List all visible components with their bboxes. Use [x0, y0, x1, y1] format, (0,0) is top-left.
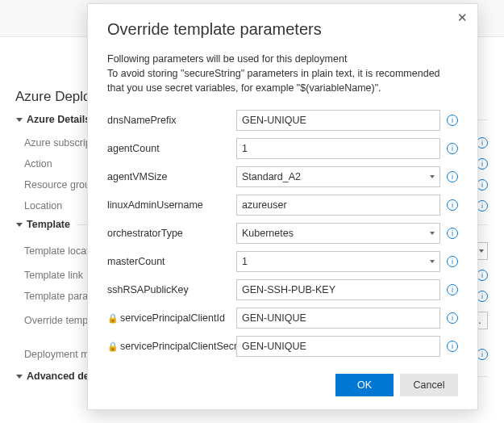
caret-down-icon	[16, 118, 23, 122]
param-row-servicePrincipalClientId: 🔒servicePrincipalClientIdGEN-UNIQUEi	[107, 308, 458, 329]
param-row-agentVMSize: agentVMSizeStandard_A2i	[107, 166, 458, 187]
param-select[interactable]: Standard_A2	[236, 166, 440, 187]
info-icon[interactable]: i	[477, 137, 488, 149]
dialog-description: Following parameters will be used for th…	[107, 52, 458, 95]
info-icon[interactable]: i	[447, 143, 458, 154]
dialog-title: Override template parameters	[107, 20, 458, 39]
param-input-wrap: GEN-UNIQUEi	[236, 110, 458, 131]
info-icon[interactable]: i	[447, 199, 458, 211]
chevron-down-icon	[430, 260, 435, 263]
param-input-wrap: Kubernetesi	[236, 223, 458, 244]
param-row-servicePrincipalClientSecret: 🔒servicePrincipalClientSecretGEN-UNIQUEi	[107, 336, 458, 357]
parameter-list: dnsNamePrefixGEN-UNIQUEiagentCount1iagen…	[107, 110, 458, 364]
param-label: 🔒servicePrincipalClientSecret	[107, 341, 236, 352]
info-icon[interactable]: i	[477, 349, 488, 360]
param-input-wrap: GEN-UNIQUEi	[236, 308, 458, 329]
param-input[interactable]: GEN-SSH-PUB-KEY	[236, 279, 440, 300]
param-label: agentVMSize	[107, 171, 236, 182]
ok-button[interactable]: OK	[335, 374, 394, 396]
param-label: agentCount	[107, 143, 236, 154]
param-input-wrap: GEN-SSH-PUB-KEYi	[236, 279, 458, 300]
param-input-wrap: 1i	[236, 251, 458, 272]
param-label: dnsNamePrefix	[107, 115, 236, 126]
info-icon[interactable]: i	[447, 341, 458, 352]
group-header-template[interactable]: Template	[16, 219, 77, 230]
param-select[interactable]: 1	[236, 251, 440, 272]
chevron-down-icon	[430, 175, 435, 178]
caret-down-icon	[16, 223, 23, 227]
param-label: sshRSAPublicKey	[107, 284, 236, 295]
param-input-wrap: Standard_A2i	[236, 166, 458, 187]
chevron-down-icon	[430, 232, 435, 235]
param-row-orchestratorType: orchestratorTypeKubernetesi	[107, 223, 458, 244]
param-row-agentCount: agentCount1i	[107, 138, 458, 159]
param-label: 🔒servicePrincipalClientId	[107, 312, 236, 324]
param-row-masterCount: masterCount1i	[107, 251, 458, 272]
param-row-dnsNamePrefix: dnsNamePrefixGEN-UNIQUEi	[107, 110, 458, 131]
param-row-linuxAdminUsername: linuxAdminUsernameazureuseri	[107, 195, 458, 216]
group-header-azure-details[interactable]: Azure Details	[16, 114, 97, 125]
param-input[interactable]: GEN-UNIQUE	[236, 308, 440, 329]
param-input-wrap: 1i	[236, 138, 458, 159]
cancel-button[interactable]: Cancel	[400, 374, 458, 396]
param-input[interactable]: GEN-UNIQUE	[236, 110, 440, 131]
info-icon[interactable]: i	[447, 115, 458, 126]
info-icon[interactable]: i	[447, 171, 458, 182]
override-template-parameters-dialog: ✕ Override template parameters Following…	[87, 3, 478, 410]
info-icon[interactable]: i	[477, 158, 488, 170]
param-select[interactable]: Kubernetes	[236, 223, 440, 244]
close-icon[interactable]: ✕	[457, 10, 468, 25]
info-icon[interactable]: i	[477, 270, 488, 281]
dialog-footer: OK Cancel	[107, 364, 458, 396]
param-input-wrap: GEN-UNIQUEi	[236, 336, 458, 357]
chevron-down-icon	[479, 249, 484, 253]
param-input-wrap: azureuseri	[236, 195, 458, 216]
param-input[interactable]: azureuser	[236, 195, 440, 216]
info-icon[interactable]: i	[447, 312, 458, 324]
param-label: linuxAdminUsername	[107, 199, 236, 211]
info-icon[interactable]: i	[477, 179, 488, 191]
lock-icon: 🔒	[107, 341, 117, 352]
info-icon[interactable]: i	[477, 291, 488, 302]
param-input[interactable]: 1	[236, 138, 440, 159]
info-icon[interactable]: i	[447, 228, 458, 239]
param-label: orchestratorType	[107, 228, 236, 239]
param-label: masterCount	[107, 256, 236, 267]
caret-down-icon	[16, 375, 23, 379]
info-icon[interactable]: i	[447, 284, 458, 295]
info-icon[interactable]: i	[447, 256, 458, 267]
info-icon[interactable]: i	[477, 200, 488, 212]
param-row-sshRSAPublicKey: sshRSAPublicKeyGEN-SSH-PUB-KEYi	[107, 279, 458, 300]
param-input[interactable]: GEN-UNIQUE	[236, 336, 440, 357]
lock-icon: 🔒	[107, 313, 117, 324]
